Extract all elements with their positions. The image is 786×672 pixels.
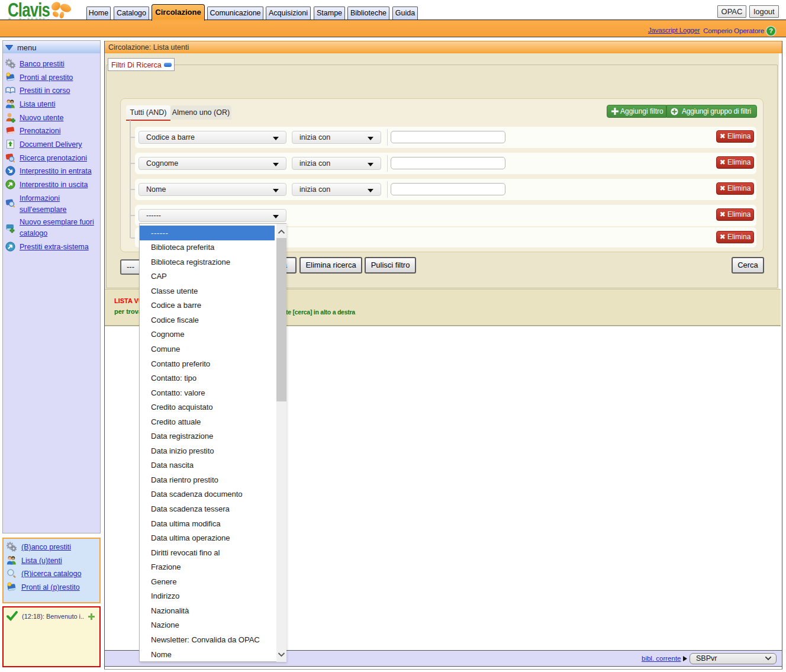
svg-text:?: ? [769, 27, 773, 34]
